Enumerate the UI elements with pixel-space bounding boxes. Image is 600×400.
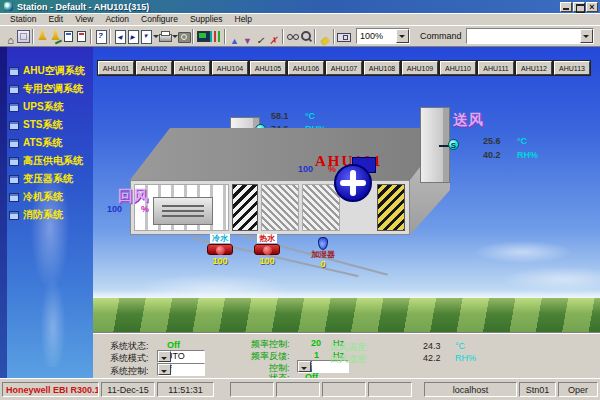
- ahu-tab-button[interactable]: AHU106: [288, 61, 324, 75]
- return-temp-unit: °C: [455, 341, 465, 351]
- search-icon[interactable]: [286, 28, 299, 45]
- heating-coil-section: [302, 184, 340, 231]
- return-temp-value: 24.3: [423, 341, 441, 351]
- page-recall-icon[interactable]: [139, 28, 158, 45]
- ahu-tab-button[interactable]: AHU111: [478, 61, 514, 75]
- display-number-icon[interactable]: [17, 28, 30, 45]
- page-forward-icon[interactable]: [126, 28, 139, 45]
- dropdown-arrow-icon[interactable]: [396, 29, 409, 43]
- freq-feedback-value: 1: [314, 350, 319, 360]
- sidebar-item[interactable]: 变压器系统: [0, 170, 93, 188]
- sidebar-item[interactable]: UPS系统: [0, 98, 93, 116]
- dropdown-arrow-icon[interactable]: [580, 29, 593, 43]
- sidebar-item[interactable]: 消防系统: [0, 206, 93, 224]
- home-display-icon[interactable]: [4, 28, 17, 45]
- alarm-summary-icon[interactable]: [62, 28, 75, 45]
- sidebar-item[interactable]: ATS系统: [0, 134, 93, 152]
- ahu-tab-button[interactable]: AHU109: [402, 61, 438, 75]
- freq-control-value: 20: [311, 338, 321, 348]
- cancel-icon[interactable]: [267, 28, 280, 45]
- statusbar-cell: [322, 382, 366, 397]
- return-humidity-label: 回风湿度:: [330, 353, 369, 366]
- dropdown-arrow-icon[interactable]: [298, 361, 311, 372]
- ahu-tab-button[interactable]: AHU113: [554, 61, 590, 75]
- hot-water-valve[interactable]: 热水 100: [250, 234, 284, 266]
- statusbar-cell: [368, 382, 412, 397]
- sidebar-item[interactable]: 高压供电系统: [0, 152, 93, 170]
- fresh-air-temp-value: 58.1: [271, 111, 289, 121]
- ahu-tab-button[interactable]: AHU102: [136, 61, 172, 75]
- ahu-tab-button[interactable]: AHU105: [250, 61, 286, 75]
- cooling-coil-section: [261, 184, 299, 231]
- event-summary-icon[interactable]: [75, 28, 88, 45]
- fresh-air-temp-unit: °C: [305, 111, 315, 121]
- page-icon: [9, 85, 19, 94]
- ahu-tab-button[interactable]: AHU103: [174, 61, 210, 75]
- menu-item[interactable]: Edit: [42, 14, 69, 24]
- humidifier[interactable]: 加湿器 0: [305, 237, 341, 269]
- system-control-label: 系统控制:: [110, 365, 149, 378]
- menu-item[interactable]: Station: [4, 14, 42, 24]
- status-user: Oper: [558, 382, 598, 397]
- sidebar-item[interactable]: 专用空调系统: [0, 80, 93, 98]
- product-version: Honeywell EBI R300.1: [2, 382, 99, 397]
- ahu-tab-button[interactable]: AHU104: [212, 61, 248, 75]
- zoom-icon[interactable]: [299, 28, 312, 45]
- menu-item[interactable]: Action: [99, 14, 135, 24]
- toolbar-separator: [192, 29, 194, 44]
- menu-item[interactable]: Configure: [135, 14, 184, 24]
- sidebar-item[interactable]: 冷机系统: [0, 188, 93, 206]
- humidifier-value: 0: [320, 259, 325, 269]
- supply-fan-icon[interactable]: [334, 164, 372, 202]
- print-icon[interactable]: [158, 28, 177, 45]
- statusbar: Honeywell EBI R300.1 11-Dec-15 11:51:31 …: [0, 378, 600, 400]
- menu-item[interactable]: View: [69, 14, 99, 24]
- minimize-button[interactable]: [560, 2, 572, 12]
- zoom-select[interactable]: 100%: [356, 28, 410, 44]
- lower-value-icon[interactable]: [241, 28, 254, 45]
- accept-icon[interactable]: [254, 28, 267, 45]
- ahu-tab-button[interactable]: AHU110: [440, 61, 476, 75]
- supply-air-humidity-unit: RH%: [517, 150, 538, 160]
- menu-item[interactable]: Supplies: [184, 14, 229, 24]
- toolbar: 100% Command: [0, 25, 600, 47]
- return-damper-value: 100: [107, 204, 122, 214]
- trend-icon[interactable]: [209, 28, 222, 45]
- page-icon: [9, 175, 19, 184]
- command-input[interactable]: [466, 28, 594, 44]
- menu-item[interactable]: Help: [229, 14, 258, 24]
- ahu-diagram: 新风 58.1 °C 74.6 RH% 100 % AHU101: [93, 47, 600, 378]
- raise-value-icon[interactable]: [228, 28, 241, 45]
- system-control-select[interactable]: Off: [157, 363, 205, 376]
- cold-water-valve[interactable]: 冷水 100: [203, 234, 237, 266]
- dropdown-arrow-icon[interactable]: [158, 364, 171, 375]
- alarm-ack-icon[interactable]: [49, 28, 62, 45]
- control-panel: 系统状态: Off 系统模式: AUTO 系统控制: Off 频率控制: 20 …: [93, 333, 600, 378]
- sidebar-item[interactable]: STS系统: [0, 116, 93, 134]
- dropdown-arrow-icon[interactable]: [158, 351, 171, 362]
- detail-view-icon[interactable]: [337, 28, 350, 45]
- sidebar-item[interactable]: AHU空调系统: [0, 62, 93, 80]
- page-icon: [9, 67, 19, 76]
- maximize-button[interactable]: [573, 2, 585, 12]
- menubar: StationEditViewActionConfigureSuppliesHe…: [0, 13, 600, 25]
- associated-page-icon[interactable]: [94, 28, 107, 45]
- ahu-tab-button[interactable]: AHU112: [516, 61, 552, 75]
- system-mode-select[interactable]: AUTO: [157, 350, 205, 363]
- navigation-icon[interactable]: [318, 28, 331, 45]
- supply-air-sensor-icon[interactable]: [448, 139, 459, 150]
- ahu-tab-button[interactable]: AHU101: [98, 61, 134, 75]
- alarm-bell-icon[interactable]: [36, 28, 49, 45]
- supply-air-temp-unit: °C: [517, 136, 527, 146]
- titlebar: Station - Default - AHU101(315): [0, 0, 600, 13]
- system-status-value: Off: [167, 340, 180, 350]
- ahu-tab-button[interactable]: AHU108: [364, 61, 400, 75]
- page-back-icon[interactable]: [113, 28, 126, 45]
- hot-water-value: 100: [259, 256, 274, 266]
- station-monitor-icon[interactable]: [196, 28, 209, 45]
- system-mode-label: 系统模式:: [110, 352, 149, 365]
- ahu-tab-button[interactable]: AHU107: [326, 61, 362, 75]
- close-button[interactable]: [586, 2, 598, 12]
- ahu-top-face: [130, 128, 450, 180]
- snapshot-icon[interactable]: [177, 28, 190, 45]
